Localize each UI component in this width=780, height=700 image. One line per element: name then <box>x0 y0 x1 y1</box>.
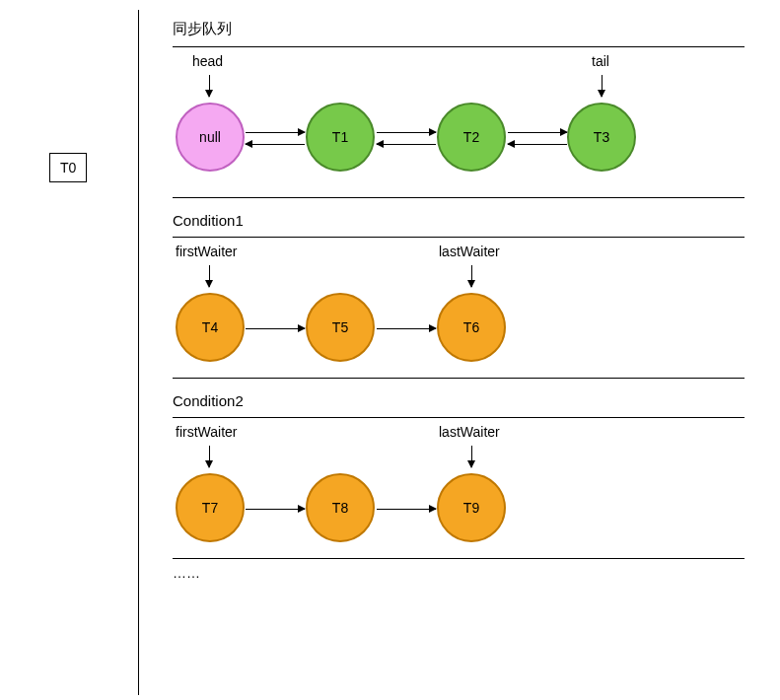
divider <box>173 46 745 47</box>
cond2-node-0: T7 <box>176 473 245 542</box>
node-label: T6 <box>463 319 479 335</box>
sync-node-0: null <box>176 103 245 172</box>
node-label: T1 <box>332 129 348 145</box>
link-arrow-icon <box>377 509 436 510</box>
ellipsis-label: …… <box>173 565 745 581</box>
tail-label: tail <box>592 53 609 69</box>
node-label: T9 <box>463 500 479 516</box>
arrow-icon <box>209 446 210 467</box>
condition1-area: firstWaiter lastWaiter T4 T5 T6 <box>173 244 745 372</box>
cond1-node-2: T6 <box>437 293 506 362</box>
divider <box>173 237 745 238</box>
arrow-icon <box>471 265 472 287</box>
condition2-area: firstWaiter lastWaiter T7 T8 T9 <box>173 424 745 552</box>
divider <box>173 378 745 379</box>
divider <box>173 197 745 198</box>
link-arrow-icon <box>377 132 436 133</box>
head-label: head <box>192 53 223 69</box>
link-arrow-icon <box>508 144 567 145</box>
first-waiter-label: firstWaiter <box>176 244 237 259</box>
node-label: T2 <box>463 129 479 145</box>
node-label: null <box>199 129 221 145</box>
condition2-title: Condition2 <box>173 392 745 409</box>
link-arrow-icon <box>246 144 305 145</box>
arrow-icon <box>602 75 603 97</box>
node-label: T5 <box>332 319 348 335</box>
cond2-node-2: T9 <box>437 473 506 542</box>
cond2-node-1: T8 <box>306 473 375 542</box>
link-arrow-icon <box>246 509 305 510</box>
arrow-icon <box>209 265 210 287</box>
node-label: T8 <box>332 500 348 516</box>
sync-node-1: T1 <box>306 103 375 172</box>
divider <box>173 417 745 418</box>
last-waiter-label: lastWaiter <box>439 424 500 440</box>
link-arrow-icon <box>508 132 567 133</box>
t0-label: T0 <box>60 160 76 175</box>
condition1-title: Condition1 <box>173 212 745 229</box>
link-arrow-icon <box>246 132 305 133</box>
first-waiter-label: firstWaiter <box>176 424 237 440</box>
link-arrow-icon <box>377 144 436 145</box>
divider <box>173 558 745 559</box>
link-arrow-icon <box>246 328 305 329</box>
arrow-icon <box>209 75 210 97</box>
arrow-icon <box>471 446 472 467</box>
node-label: T4 <box>202 319 218 335</box>
node-label: T3 <box>594 129 609 145</box>
last-waiter-label: lastWaiter <box>439 244 500 259</box>
sync-node-2: T2 <box>437 103 506 172</box>
node-label: T7 <box>202 500 218 516</box>
sync-node-3: T3 <box>567 103 636 172</box>
sync-queue-area: head tail null T1 T2 T3 <box>173 53 745 191</box>
vertical-divider <box>138 10 139 695</box>
link-arrow-icon <box>377 328 436 329</box>
sync-queue-title: 同步队列 <box>173 20 745 38</box>
cond1-node-1: T5 <box>306 293 375 362</box>
cond1-node-0: T4 <box>176 293 245 362</box>
content-area: 同步队列 head tail null T1 T2 T3 Condition1 … <box>173 20 745 581</box>
t0-box: T0 <box>49 153 87 182</box>
